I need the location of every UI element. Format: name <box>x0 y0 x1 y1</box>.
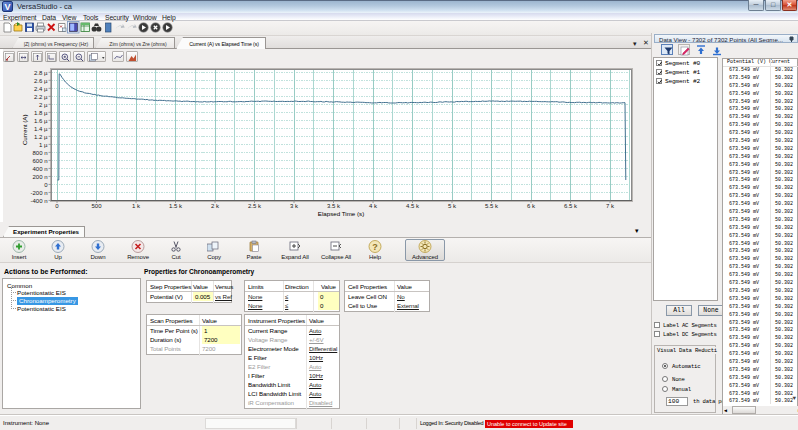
svg-text:1.2 µ: 1.2 µ <box>34 134 48 140</box>
svg-text:-400 n: -400 n <box>30 198 47 204</box>
svg-text:4 k: 4 k <box>369 203 378 209</box>
svg-text:7 k: 7 k <box>606 203 615 209</box>
svg-text:6.5 k: 6.5 k <box>564 203 578 209</box>
svg-text:5 k: 5 k <box>448 203 457 209</box>
svg-text:400 n: 400 n <box>32 166 47 172</box>
svg-text:3 k: 3 k <box>290 203 299 209</box>
svg-text:2 µ: 2 µ <box>39 102 48 108</box>
svg-text:1.6 µ: 1.6 µ <box>34 118 48 124</box>
svg-text:2.8 µ: 2.8 µ <box>34 70 48 76</box>
svg-text:2.4 µ: 2.4 µ <box>34 86 48 92</box>
svg-text:-200 n: -200 n <box>30 190 47 196</box>
svg-text:1.4 µ: 1.4 µ <box>34 126 48 132</box>
svg-text:2.2 µ: 2.2 µ <box>34 94 48 100</box>
svg-text:800 n: 800 n <box>32 150 47 156</box>
svg-text:3.5 k: 3.5 k <box>327 203 341 209</box>
svg-text:4.5 k: 4.5 k <box>406 203 420 209</box>
svg-text:Current (A): Current (A) <box>21 114 28 145</box>
svg-text:2.5 k: 2.5 k <box>248 203 262 209</box>
svg-text:1 k: 1 k <box>132 203 141 209</box>
svg-text:2.6 µ: 2.6 µ <box>34 78 48 84</box>
svg-text:2 k: 2 k <box>211 203 220 209</box>
svg-text:Elapsed Time (s): Elapsed Time (s) <box>318 210 364 217</box>
svg-text:1.8 µ: 1.8 µ <box>34 110 48 116</box>
svg-text:1 µ: 1 µ <box>39 142 48 148</box>
svg-text:5.5 k: 5.5 k <box>485 203 499 209</box>
svg-text:6 k: 6 k <box>527 203 536 209</box>
svg-text:1.5 k: 1.5 k <box>169 203 183 209</box>
svg-text:600 n: 600 n <box>32 158 47 164</box>
svg-text:500: 500 <box>91 203 102 209</box>
svg-text:0: 0 <box>44 182 48 188</box>
svg-text:0: 0 <box>55 203 59 209</box>
svg-text:?: ? <box>372 242 378 252</box>
svg-text:200 n: 200 n <box>32 174 47 180</box>
